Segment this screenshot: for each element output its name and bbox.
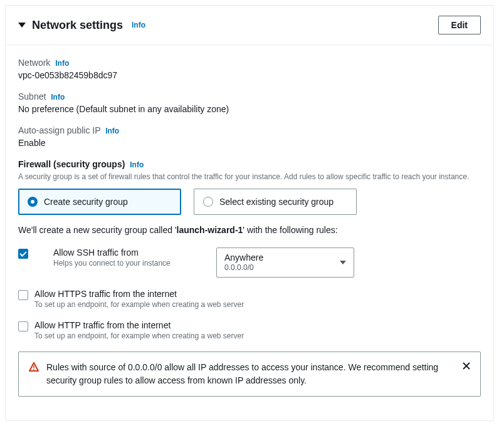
https-content: Allow HTTPS traffic from the internet To… xyxy=(34,289,481,309)
ssh-source-select[interactable]: Anywhere 0.0.0.0/0 xyxy=(216,247,354,278)
https-rule-row: Allow HTTPS traffic from the internet To… xyxy=(18,289,481,309)
create-sg-label: Create security group xyxy=(44,197,128,207)
network-value: vpc-0e053b82459b8dc97 xyxy=(18,70,481,80)
network-info-link[interactable]: Info xyxy=(55,59,69,68)
ssh-select-text: Anywhere 0.0.0.0/0 xyxy=(224,252,263,273)
header-info-link[interactable]: Info xyxy=(132,21,145,29)
http-rule-row: Allow HTTP traffic from the internet To … xyxy=(18,320,481,340)
firewall-desc: A security group is a set of firewall ru… xyxy=(18,172,481,182)
network-label-row: Network Info xyxy=(18,58,481,68)
public-ip-info-link[interactable]: Info xyxy=(105,127,119,135)
close-icon xyxy=(463,362,470,370)
http-content: Allow HTTP traffic from the internet To … xyxy=(34,320,481,340)
warning-icon xyxy=(29,362,39,374)
https-label: Allow HTTPS traffic from the internet xyxy=(34,289,481,299)
firewall-info-link[interactable]: Info xyxy=(130,160,144,169)
select-sg-label: Select existing security group xyxy=(219,197,334,207)
ssh-desc: Helps you connect to your instance xyxy=(53,259,191,268)
sg-creation-text: We'll create a new security group called… xyxy=(18,225,481,235)
alert-close-button[interactable] xyxy=(463,361,470,372)
warning-alert: Rules with source of 0.0.0.0/0 allow all… xyxy=(18,352,481,397)
network-settings-panel: Network settings Info Edit Network Info … xyxy=(5,5,494,421)
firewall-label-row: Firewall (security groups) Info xyxy=(18,159,481,169)
http-checkbox[interactable] xyxy=(18,321,28,331)
collapse-caret-icon[interactable] xyxy=(18,23,26,28)
edit-button[interactable]: Edit xyxy=(438,16,481,34)
https-desc: To set up an endpoint, for example when … xyxy=(34,300,481,309)
svg-rect-1 xyxy=(33,368,34,370)
sg-text-pre: We'll create a new security group called… xyxy=(18,225,177,235)
firewall-label: Firewall (security groups) xyxy=(18,159,125,169)
panel-body: Network Info vpc-0e053b82459b8dc97 Subne… xyxy=(6,45,493,420)
sg-radio-group: Create security group Select existing se… xyxy=(18,189,481,215)
subnet-value: No preference (Default subnet in any ava… xyxy=(18,104,481,114)
sg-name: launch-wizard-1 xyxy=(177,225,243,235)
panel-header: Network settings Info Edit xyxy=(6,6,493,45)
ssh-rule-row: Allow SSH traffic from Helps you connect… xyxy=(18,247,481,278)
public-ip-label: Auto-assign public IP xyxy=(18,125,100,135)
sg-text-post: ' with the following rules: xyxy=(243,225,337,235)
subnet-label-row: Subnet Info xyxy=(18,91,481,102)
ssh-content: Allow SSH traffic from Helps you connect… xyxy=(53,247,191,268)
firewall-field: Firewall (security groups) Info A securi… xyxy=(18,159,481,397)
chevron-down-icon xyxy=(340,261,346,264)
ssh-select-main: Anywhere xyxy=(224,252,263,263)
http-label: Allow HTTP traffic from the internet xyxy=(34,320,481,330)
alert-text: Rules with source of 0.0.0.0/0 allow all… xyxy=(46,361,455,387)
ssh-checkbox[interactable] xyxy=(18,249,28,259)
subnet-field: Subnet Info No preference (Default subne… xyxy=(18,91,481,114)
ssh-label: Allow SSH traffic from xyxy=(53,247,191,258)
radio-icon xyxy=(203,197,213,207)
panel-title: Network settings xyxy=(32,19,123,32)
http-desc: To set up an endpoint, for example when … xyxy=(34,331,481,340)
create-sg-radio[interactable]: Create security group xyxy=(18,189,181,215)
panel-header-left: Network settings Info xyxy=(18,19,145,32)
public-ip-label-row: Auto-assign public IP Info xyxy=(18,125,481,135)
network-label: Network xyxy=(18,58,50,68)
public-ip-field: Auto-assign public IP Info Enable xyxy=(18,125,481,148)
radio-icon xyxy=(28,197,38,207)
subnet-label: Subnet xyxy=(18,91,46,102)
public-ip-value: Enable xyxy=(18,138,481,148)
network-field: Network Info vpc-0e053b82459b8dc97 xyxy=(18,58,481,80)
https-checkbox[interactable] xyxy=(18,290,28,300)
ssh-select-sub: 0.0.0.0/0 xyxy=(224,263,263,273)
select-sg-radio[interactable]: Select existing security group xyxy=(194,189,357,215)
svg-rect-0 xyxy=(33,365,34,368)
subnet-info-link[interactable]: Info xyxy=(51,93,65,102)
